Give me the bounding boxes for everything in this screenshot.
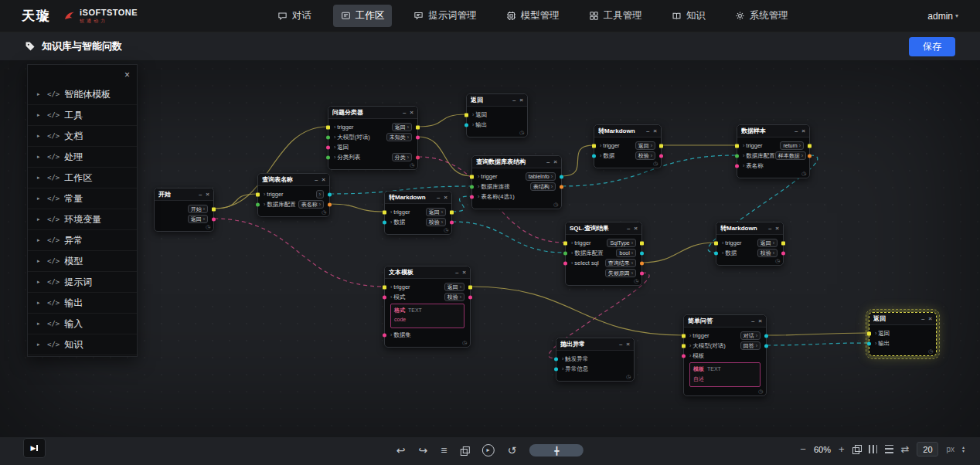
palette-item[interactable]: ▸</>环境变量 [28, 209, 137, 230]
port-dot[interactable] [554, 367, 558, 371]
port-dot[interactable] [468, 285, 472, 289]
palette-item[interactable]: ▸</>工作区 [28, 168, 137, 188]
port-dot[interactable] [682, 334, 686, 338]
port-dot[interactable] [416, 125, 420, 129]
palette-item[interactable]: ▸</>知识 [28, 334, 137, 355]
node-return-top[interactable]: 返回–×›返回›输出◷ [466, 93, 528, 137]
palette-item[interactable]: ▸</>处理 [28, 147, 137, 168]
close-icon[interactable]: × [758, 317, 762, 324]
node-simple-qa[interactable]: 简单问答–×›trigger对话 ››大模型(对话)回答 ››模板模板TEXT自… [683, 314, 767, 396]
distribute-horizontal-icon[interactable] [869, 445, 877, 453]
minimize-icon[interactable]: – [315, 176, 318, 183]
palette-item[interactable]: ▸</>常量 [28, 188, 137, 209]
port-dot[interactable] [563, 241, 567, 245]
distribute-vertical-icon[interactable] [885, 445, 893, 453]
palette-item[interactable]: ▸</>提示词 [28, 272, 137, 293]
undo-icon[interactable]: ↩ [396, 445, 406, 456]
port-dot[interactable] [450, 210, 454, 214]
node-to-markdown-2[interactable]: 转Markdown–×›trigger返回 ››数据校验 ›◷ [384, 191, 452, 235]
close-icon[interactable]: × [410, 109, 413, 116]
port-dot[interactable] [714, 241, 718, 245]
port-dot[interactable] [563, 261, 567, 265]
close-icon[interactable]: × [801, 127, 805, 134]
close-icon[interactable]: × [519, 97, 523, 104]
port-dot[interactable] [464, 123, 468, 127]
node-editor[interactable]: 模板TEXT自述 [689, 362, 761, 387]
palette-item[interactable]: ▸</>文档 [28, 126, 137, 147]
port-dot[interactable] [256, 202, 260, 206]
port-dot[interactable] [326, 145, 330, 149]
node-to-markdown-3[interactable]: 转Markdown–×›trigger返回 ››数据校验 ›◷ [716, 222, 784, 266]
minimize-icon[interactable]: – [199, 191, 202, 198]
layers-icon[interactable] [852, 445, 861, 453]
port-dot[interactable] [470, 175, 474, 178]
port-dot[interactable] [764, 334, 768, 338]
minimize-icon[interactable]: – [512, 97, 516, 104]
node-query-db-schema[interactable]: 查询数据库表结构–×›triggertableInfo ››数据库连接表结构 ›… [471, 155, 562, 209]
port-dot[interactable] [808, 144, 812, 148]
port-dot[interactable] [383, 210, 386, 214]
port-dot[interactable] [781, 251, 785, 255]
port-dot[interactable] [212, 207, 216, 211]
palette-item[interactable]: ▸</>输入 [28, 314, 137, 334]
zoom-in-icon[interactable]: + [839, 443, 845, 455]
nav-item-system[interactable]: 系统管理 [727, 5, 796, 27]
close-icon[interactable]: × [444, 194, 447, 201]
palette-item[interactable]: ▸</>输出 [28, 293, 137, 314]
close-icon[interactable]: × [462, 269, 466, 276]
port-dot[interactable] [640, 261, 644, 265]
port-dot[interactable] [640, 241, 644, 245]
port-dot[interactable] [383, 220, 386, 224]
port-dot[interactable] [563, 251, 567, 255]
port-dot[interactable] [468, 295, 472, 299]
play-icon[interactable]: ▸ [481, 444, 494, 457]
node-start[interactable]: 开始–×开始 ›返回 ›◷ [154, 188, 214, 232]
grid-size-input[interactable]: 20 [917, 442, 938, 457]
minimize-icon[interactable]: – [437, 194, 440, 201]
port-dot[interactable] [781, 241, 785, 245]
close-icon[interactable]: × [775, 225, 779, 232]
port-dot[interactable] [682, 354, 686, 358]
minimize-icon[interactable]: – [795, 127, 798, 134]
node-text-template[interactable]: 文本模板–×›trigger返回 ››模式校验 ›格式TEXTcode›数据集◷ [384, 266, 471, 348]
node-query-table-name[interactable]: 查询表名称–×›trigger ››数据库配置表名称 ›◷ [257, 173, 330, 217]
port-dot[interactable] [326, 155, 330, 159]
port-dot[interactable] [560, 175, 563, 178]
minimize-icon[interactable]: – [403, 109, 406, 116]
port-dot[interactable] [328, 192, 332, 196]
port-dot[interactable] [326, 135, 330, 139]
history-icon[interactable]: ↺ [507, 445, 516, 456]
port-dot[interactable] [212, 217, 216, 221]
close-icon[interactable]: × [322, 176, 325, 183]
close-icon[interactable]: × [626, 341, 630, 348]
nav-item-prompt[interactable]: 提示词管理 [406, 5, 485, 27]
minimize-icon[interactable]: – [619, 341, 622, 348]
palette-item[interactable]: ▸</>模型 [28, 251, 137, 272]
port-dot[interactable] [464, 113, 468, 117]
minimize-icon[interactable]: – [627, 225, 630, 232]
port-dot[interactable] [867, 331, 871, 335]
minimize-icon[interactable]: – [646, 127, 649, 134]
port-dot[interactable] [560, 185, 563, 188]
port-dot[interactable] [326, 125, 330, 129]
grid-size-stepper[interactable]: ▴▾ [962, 446, 965, 453]
port-dot[interactable] [640, 251, 644, 255]
node-data-sample[interactable]: 数据样本–×›triggerreturn ››数据库配置样本数据 ››表名称◷ [737, 124, 810, 178]
port-dot[interactable] [416, 155, 420, 159]
port-dot[interactable] [735, 144, 739, 148]
nav-item-tools[interactable]: 工具管理 [581, 5, 650, 27]
minimize-icon[interactable]: – [455, 269, 458, 276]
minimize-icon[interactable]: – [768, 225, 771, 232]
close-icon[interactable]: × [928, 315, 932, 322]
copy-icon[interactable] [460, 446, 468, 455]
zoom-out-icon[interactable]: − [800, 443, 806, 455]
port-dot[interactable] [450, 220, 454, 224]
close-icon[interactable]: × [124, 70, 130, 80]
nav-item-chat[interactable]: 对话 [270, 5, 319, 27]
port-dot[interactable] [470, 195, 474, 199]
save-button[interactable]: 保存 [909, 37, 955, 56]
nav-item-model[interactable]: 模型管理 [499, 5, 567, 27]
grid-spacing-icon[interactable]: ⇄ [901, 443, 910, 455]
node-return-right[interactable]: 返回–×›返回›输出◷ [869, 312, 937, 356]
user-menu[interactable]: admin ▾ [927, 11, 958, 22]
